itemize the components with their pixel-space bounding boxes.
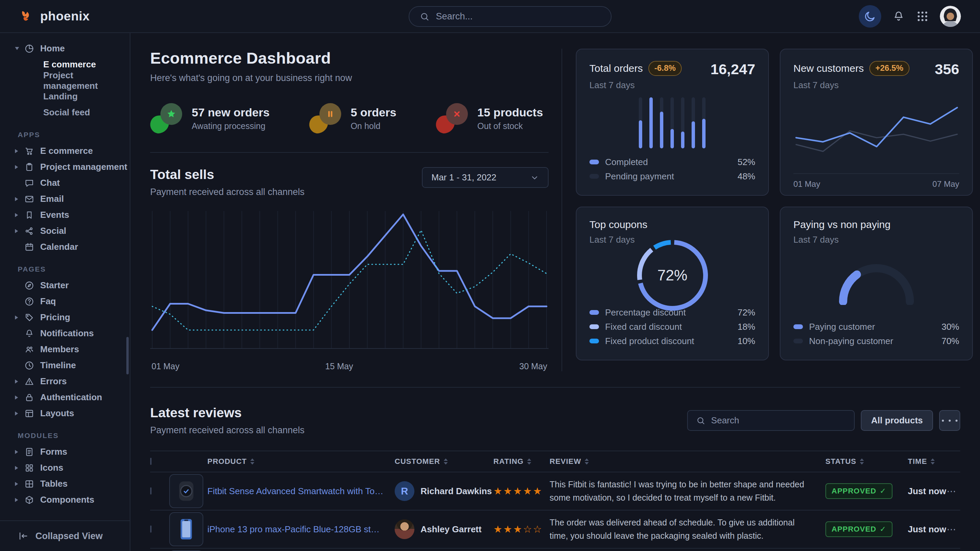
sidebar-item-authentication[interactable]: Authentication <box>0 389 130 405</box>
top-navbar: phoenix <box>0 0 980 33</box>
product-link[interactable]: iPhone 13 pro max-Pacific Blue-128GB sto… <box>207 524 395 535</box>
row-checkbox[interactable] <box>150 526 151 533</box>
sidebar-item-e-commerce[interactable]: E commerce <box>0 143 130 159</box>
notifications-button[interactable] <box>892 10 905 23</box>
sidebar-subitem-project-management[interactable]: Project management <box>0 73 130 89</box>
sidebar-item-email[interactable]: Email <box>0 191 130 207</box>
stat-caption: On hold <box>351 121 396 131</box>
column-header-rating[interactable]: RATING <box>493 457 550 466</box>
sidebar-item-components[interactable]: Components <box>0 492 130 508</box>
sort-icon <box>444 459 448 465</box>
page-subtitle: Here's what's going on at your business … <box>150 73 549 83</box>
apps-grid-button[interactable] <box>916 10 929 23</box>
user-avatar[interactable] <box>940 6 961 27</box>
column-header-review[interactable]: REVIEW <box>550 457 826 466</box>
sidebar-scrollbar[interactable] <box>126 337 129 374</box>
sidebar-item-project-management[interactable]: Project management <box>0 159 130 175</box>
sidebar-item-home[interactable]: Home <box>0 41 130 57</box>
row-more-button[interactable]: ⋯ <box>947 524 960 535</box>
chevron-icon <box>15 165 18 169</box>
sidebar-item-label: Starter <box>40 280 69 291</box>
legend-value: 48% <box>738 171 755 182</box>
sidebar-item-social[interactable]: Social <box>0 223 130 239</box>
sidebar-item-icons[interactable]: Icons <box>0 460 130 476</box>
collapse-sidebar-button[interactable]: Collapsed View <box>0 520 130 551</box>
select-all-checkbox[interactable] <box>150 458 151 465</box>
sidebar-item-notifications[interactable]: Notifications <box>0 326 130 341</box>
brand-logo[interactable]: phoenix <box>19 8 89 24</box>
chevron-icon <box>15 466 18 470</box>
status-badge: APPROVED✓ <box>826 521 892 537</box>
chevron-icon <box>15 213 18 217</box>
tag-icon <box>24 312 35 323</box>
caret-box <box>15 332 24 335</box>
collapse-left-icon <box>18 530 29 541</box>
sidebar-item-chat[interactable]: Chat <box>0 175 130 191</box>
search-icon <box>696 416 706 426</box>
share-icon <box>24 225 35 237</box>
latest-reviews-section: Latest reviews Payment received across a… <box>150 387 960 551</box>
column-header-time[interactable]: TIME <box>908 457 947 466</box>
row-more-button[interactable]: ⋯ <box>947 486 960 497</box>
product-thumbnail[interactable] <box>169 474 203 508</box>
product-link[interactable]: Fitbit Sense Advanced Smartwatch with To… <box>207 486 395 497</box>
sidebar-item-starter[interactable]: Starter <box>0 277 130 293</box>
users-icon <box>24 344 35 355</box>
caret-box <box>15 165 24 169</box>
stat-caption: Awating processing <box>192 121 270 131</box>
sidebar-item-label: Email <box>40 194 64 204</box>
total-sells-title: Total sells <box>150 167 304 182</box>
sidebar-item-events[interactable]: Events <box>0 207 130 223</box>
navbar-search[interactable] <box>409 6 612 27</box>
reviews-search-input[interactable] <box>711 415 846 426</box>
pie-chart-icon <box>24 43 35 54</box>
legend-label: Fixed product discount <box>605 336 732 346</box>
navbar-actions <box>859 5 961 27</box>
sidebar-item-label: Events <box>40 210 69 220</box>
legend-swatch <box>589 174 599 179</box>
sidebar-item-layouts[interactable]: Layouts <box>0 405 130 421</box>
navbar-search-input[interactable] <box>436 11 601 22</box>
legend-swatch <box>589 324 599 329</box>
total-sells-chart: 01 May 15 May 30 May <box>150 209 549 371</box>
sidebar-item-label: Project management <box>40 162 127 172</box>
search-icon <box>420 11 430 22</box>
product-thumbnail[interactable] <box>169 512 203 546</box>
reviews-search[interactable] <box>687 410 855 431</box>
compass-icon <box>24 280 35 291</box>
theme-toggle-button[interactable] <box>859 5 881 27</box>
sidebar-item-timeline[interactable]: Timeline <box>0 357 130 373</box>
sort-icon <box>527 459 531 465</box>
date-range-select[interactable]: Mar 1 - 31, 2022 <box>422 167 549 188</box>
row-checkbox[interactable] <box>150 487 151 494</box>
caret-box <box>15 229 24 233</box>
sidebar-item-forms[interactable]: Forms <box>0 444 130 460</box>
bell-icon <box>892 10 905 23</box>
sidebar-item-label: Tables <box>40 478 67 489</box>
lock-icon <box>24 392 35 403</box>
stat-value: 57 new orders <box>192 106 270 119</box>
sidebar-item-faq[interactable]: Faq <box>0 293 130 310</box>
sidebar-subitem-social-feed[interactable]: Social feed <box>0 105 130 121</box>
sort-icon <box>250 459 255 465</box>
date-range-value: Mar 1 - 31, 2022 <box>431 172 496 183</box>
sidebar-item-tables[interactable]: Tables <box>0 476 130 492</box>
column-header-customer[interactable]: CUSTOMER <box>395 457 493 466</box>
sparkline-chart <box>794 91 960 170</box>
sidebar-item-label: Members <box>40 344 79 355</box>
legend-value: 18% <box>738 322 755 332</box>
sidebar-item-errors[interactable]: Errors <box>0 373 130 389</box>
divider <box>150 152 549 153</box>
sidebar: HomeE commerceProject managementLandingS… <box>0 33 130 551</box>
more-options-button[interactable] <box>939 410 960 431</box>
legend-swatch <box>589 160 599 164</box>
all-products-button[interactable]: All products <box>861 410 933 431</box>
sidebar-item-members[interactable]: Members <box>0 341 130 357</box>
sidebar-item-label: E commerce <box>40 146 93 156</box>
column-header-status[interactable]: STATUS <box>826 457 908 466</box>
paying-vs-nonpaying-card: Paying vs non paying Last 7 days Paying … <box>780 206 973 360</box>
x-tick: 15 May <box>325 361 353 371</box>
column-header-product[interactable]: PRODUCT <box>207 457 395 466</box>
sidebar-item-calendar[interactable]: Calendar <box>0 239 130 255</box>
sidebar-item-pricing[interactable]: Pricing <box>0 310 130 326</box>
